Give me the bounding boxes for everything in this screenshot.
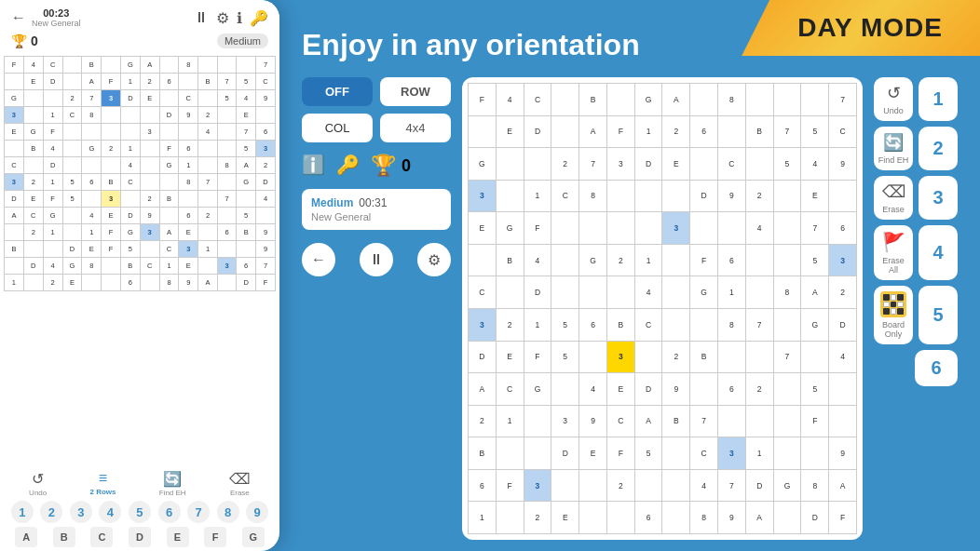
settings-panel: OFF ROW COL 4x4 ℹ️ 🔑 🏆 0 [302, 77, 451, 540]
boardonly-label: Board Only [878, 320, 909, 339]
mode-info: Medium 00:31 New General [302, 189, 451, 230]
letter-E[interactable]: E [167, 527, 189, 547]
mode-time: 00:31 [359, 196, 387, 209]
col-label[interactable]: COL [302, 114, 373, 142]
table-row: D4G8BC1E367 [5, 258, 276, 275]
table-row: DEF532B74 [5, 191, 276, 208]
num-5[interactable]: 5 [129, 501, 151, 523]
phone-mockup: ← 00:23 New General ⏸ ⚙ ℹ 🔑 🏆 0 Medium F… [0, 0, 279, 551]
settings-ctrl-btn[interactable]: ⚙ [417, 243, 451, 276]
findeh-label: Find EH [878, 155, 909, 165]
day-mode-text: DAY MODE [797, 13, 943, 42]
table-row: B4G21F653 [5, 141, 276, 157]
table-row: CD4G18A2 [5, 157, 276, 174]
table-row: EGF3476 [5, 124, 276, 141]
bottom-section: OFF ROW COL 4x4 ℹ️ 🔑 🏆 0 [302, 77, 958, 540]
side-num-6[interactable]: 6 [915, 350, 958, 386]
side-num-3[interactable]: 3 [919, 176, 958, 220]
num-8[interactable]: 8 [217, 501, 239, 523]
num-9[interactable]: 9 [246, 501, 268, 523]
table-row: ACG4ED9625 [469, 373, 857, 406]
eraseall-label: Erase All [878, 256, 909, 275]
level-label: New General [32, 19, 81, 28]
big-grid-table: F4CBGA87 EDAF126B75C G273DEC549 31C8D92E… [468, 83, 857, 534]
mode-difficulty: Medium [311, 196, 353, 209]
boardonly-group: Board Only 5 [874, 286, 958, 344]
table-row: 32156BC87GD [469, 308, 857, 341]
findeh-control[interactable]: 🔄 Find EH [159, 470, 186, 497]
phone-grid-table: F4CBGA87 EDAF126B75C G273DEC549 31C8D92E… [4, 56, 276, 291]
table-row: DEF532B74 [469, 341, 857, 373]
table-row: B4G21F653 [469, 244, 857, 276]
num-3[interactable]: 3 [70, 501, 92, 523]
back-ctrl-btn[interactable]: ← [302, 243, 335, 276]
phone-sudoku-grid[interactable]: F4CBGA87 EDAF126B75C G273DEC549 31C8D92E… [0, 52, 279, 466]
day-mode-banner: DAY MODE [742, 0, 980, 56]
back-button[interactable]: ← [11, 9, 26, 26]
num-1[interactable]: 1 [11, 501, 34, 523]
table-row: 31C8D92E [5, 107, 276, 124]
letter-A[interactable]: A [15, 527, 37, 547]
eraseall-icon: 🚩 [882, 231, 905, 253]
table-row: 12E689ADF [5, 275, 276, 291]
num6-group: 6 [874, 350, 958, 386]
key-icon: 🔑 [250, 9, 268, 27]
table-row: ACG4ED9625 [5, 208, 276, 224]
big-sudoku-container[interactable]: F4CBGA87 EDAF126B75C G273DEC549 31C8D92E… [462, 77, 863, 540]
table-row: 211FG3AE6B9 [5, 224, 276, 241]
2rows-control[interactable]: ≡ 2 Rows [89, 470, 116, 497]
info-circle-icon[interactable]: ℹ️ [302, 154, 325, 178]
num-2[interactable]: 2 [40, 501, 62, 523]
undo-icon: ↺ [887, 83, 901, 103]
boardonly-button[interactable]: Board Only [874, 286, 913, 344]
erase-button[interactable]: ⌫ Erase [874, 176, 913, 220]
pause-button[interactable]: ⏸ [194, 9, 209, 26]
letter-G[interactable]: G [242, 527, 265, 547]
erase-control[interactable]: ⌫ Erase [229, 470, 251, 497]
findeh-button[interactable]: 🔄 Find EH [874, 127, 913, 170]
key-settings-icon[interactable]: 🔑 [336, 154, 360, 178]
table-row: F4CBGA87 [5, 57, 276, 74]
table-row: EDAF126B75C [5, 74, 276, 90]
settings-button[interactable]: ⚙ [216, 9, 229, 27]
score-row: 🏆 0 Medium [0, 32, 279, 52]
side-buttons: ↺ Undo 1 🔄 Find EH 2 ⌫ Erase [874, 77, 958, 540]
letter-C[interactable]: C [90, 527, 113, 547]
table-row: 31C8D92E [469, 180, 857, 212]
side-num-5[interactable]: 5 [919, 286, 958, 344]
table-row: CD4G18A2 [469, 276, 857, 309]
num-6[interactable]: 6 [158, 501, 181, 523]
off-toggle[interactable]: OFF [302, 77, 373, 106]
boardonly-icon [880, 291, 906, 317]
table-row: BDEF5C319 [5, 241, 276, 258]
letter-F[interactable]: F [204, 527, 226, 547]
toggle-row: OFF ROW [302, 77, 451, 106]
letter-D[interactable]: D [129, 527, 151, 547]
bottom-controls: ← ⏸ ⚙ [302, 243, 451, 276]
pause-ctrl-btn[interactable]: ⏸ [360, 243, 393, 276]
undo-button[interactable]: ↺ Undo [874, 77, 913, 121]
findeh-icon: 🔄 [883, 132, 904, 153]
num-7[interactable]: 7 [187, 501, 210, 523]
letter-B[interactable]: B [53, 527, 75, 547]
phone-score: 0 [31, 34, 38, 48]
phone-controls: ↺ Undo ≡ 2 Rows 🔄 Find EH ⌫ Erase 1 2 3 … [0, 466, 279, 551]
settings-score: 0 [402, 156, 411, 176]
eraseall-group: 🚩 Erase All 4 [874, 225, 958, 280]
table-row: G273DEC549 [5, 90, 276, 107]
num-4[interactable]: 4 [99, 501, 121, 523]
side-num-4[interactable]: 4 [919, 225, 958, 280]
settings-trophy: 🏆 0 [371, 154, 411, 178]
table-row: EGF3476 [469, 212, 857, 245]
main-content: Enjoy in any orientation OFF ROW COL 4x4… [279, 0, 980, 551]
table-row: EDAF126B75C [469, 115, 857, 148]
side-num-1[interactable]: 1 [919, 77, 958, 121]
fourx4-badge[interactable]: 4x4 [380, 114, 451, 142]
eraseall-button[interactable]: 🚩 Erase All [874, 225, 913, 280]
undo-control[interactable]: ↺ Undo [29, 470, 47, 497]
row-toggle[interactable]: ROW [380, 77, 451, 106]
table-row: 32156BC87GD [5, 174, 276, 191]
info-button[interactable]: ℹ [237, 9, 242, 27]
undo-group: ↺ Undo 1 [874, 77, 958, 121]
side-num-2[interactable]: 2 [919, 127, 958, 170]
